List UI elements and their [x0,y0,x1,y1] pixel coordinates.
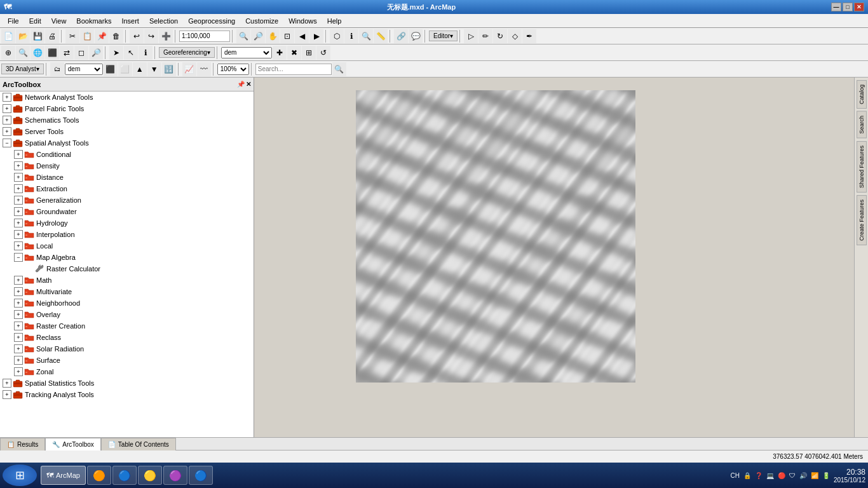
taskbar-blue2[interactable]: 🔵 [189,466,213,485]
select-button[interactable]: ⬡ [330,29,344,43]
menu-edit[interactable]: Edit [24,16,46,26]
expander-icon[interactable]: + [3,93,11,102]
expander-icon[interactable]: + [14,276,23,285]
tree-item-local[interactable]: + Local [0,240,254,252]
toc-tab[interactable]: 📄 Table Of Contents [101,438,176,451]
tree-item-raster-creation[interactable]: + Raster Creation [0,320,254,332]
menu-insert[interactable]: Insert [116,16,144,26]
pan-button[interactable]: ✋ [266,29,280,43]
minimize-button[interactable]: — [831,3,841,11]
taskbar-arcmap[interactable]: 🗺 ArcMap [41,466,86,485]
close-button[interactable]: ✕ [854,3,864,11]
bookmark-button[interactable]: ⬛ [45,46,59,60]
search-box[interactable] [255,64,332,75]
analyst-label[interactable]: 3D Analyst▾ [1,64,44,74]
new-map-button[interactable]: 📄 [1,29,15,43]
back-extent-button[interactable]: ◀ [295,29,309,43]
fit-ctrl[interactable]: ⊞ [302,46,316,60]
zoom-full-button[interactable]: ⊕ [1,46,15,60]
expander-icon[interactable]: + [14,299,23,308]
save-button[interactable]: 💾 [31,29,44,43]
tree-item-schematics-tools[interactable]: + Schematics Tools [0,114,254,126]
tree-item-reclass[interactable]: + Reclass [0,332,254,343]
magnifier-button[interactable]: 🔎 [89,46,103,60]
tree-item-interpolation[interactable]: + Interpolation [0,229,254,240]
full-extent-button[interactable]: ⊡ [280,29,294,43]
zoom-select[interactable]: 100% [217,64,249,75]
tree-item-network-analyst-tools[interactable]: + Network Analyst Tools [0,92,254,103]
sketch-button[interactable]: ✒ [522,29,536,43]
tree-item-server-tools[interactable]: + Server Tools [0,126,254,137]
tree-item-overlay[interactable]: + Overlay [0,309,254,320]
menu-windows[interactable]: Windows [283,16,322,26]
expander-icon[interactable]: − [14,253,23,262]
expander-icon[interactable]: + [14,150,23,159]
3d-btn1[interactable]: ⬛ [104,62,118,76]
maximize-button[interactable]: □ [843,3,853,11]
dem-select[interactable]: dem [221,47,272,58]
expander-icon[interactable]: + [14,241,23,250]
add-ctrl-point[interactable]: ✚ [273,46,287,60]
zoom-layer-button[interactable]: 🔍 [16,46,30,60]
tree-item-tracking-analyst-tools[interactable]: + Tracking Analyst Tools [0,389,254,400]
taskbar-blue[interactable]: 🔵 [112,466,137,485]
tree-item-distance[interactable]: + Distance [0,172,254,183]
cut-button[interactable]: ✂ [65,29,79,43]
menu-customize[interactable]: Customize [240,16,283,26]
expander-icon[interactable]: + [14,344,23,353]
tree-item-spatial-analyst-tools[interactable]: − Spatial Analyst Tools [0,137,254,149]
tree-item-neighborhood[interactable]: + Neighborhood [0,297,254,309]
system-clock[interactable]: 20:38 2015/10/12 [834,468,865,484]
tree-item-density[interactable]: + Density [0,160,254,172]
menu-file[interactable]: File [3,16,24,26]
html-popup-button[interactable]: 💬 [409,29,423,43]
menu-geoprocessing[interactable]: Geoprocessing [183,16,240,26]
tree-item-spatial-statistics-tools[interactable]: + Spatial Statistics Tools [0,377,254,389]
redo-button[interactable]: ↪ [144,29,158,43]
expander-icon[interactable]: + [3,116,11,125]
undo-button[interactable]: ↩ [130,29,144,43]
expander-icon[interactable]: + [14,173,23,182]
create-features-tab[interactable]: Create Features [857,195,867,245]
rotate-georef[interactable]: ↺ [316,46,330,60]
3d-profile[interactable]: 〰 [197,62,211,76]
search-tab[interactable]: Search [857,111,867,139]
tree-item-solar-radiation[interactable]: + Solar Radiation [0,343,254,355]
editor-label[interactable]: Editor▾ [429,30,458,41]
window-controls[interactable]: — □ ✕ [831,3,864,11]
expander-icon[interactable]: + [14,207,23,216]
shared-features-tab[interactable]: Shared Features [857,141,867,193]
copy-button[interactable]: 📋 [80,29,94,43]
start-button[interactable]: ⊞ [3,464,37,486]
tree-item-generalization[interactable]: + Generalization [0,194,254,206]
taskbar-yellow[interactable]: 🟡 [138,466,162,485]
map-area[interactable] [254,78,854,437]
menu-view[interactable]: View [46,16,72,26]
3d-btn3[interactable]: ▲ [133,62,147,76]
edit-tool-button[interactable]: ▷ [464,29,478,43]
open-button[interactable]: 📂 [16,29,30,43]
identify-button[interactable]: ℹ [344,29,358,43]
3d-btn5[interactable]: 🔢 [162,62,176,76]
expander-icon[interactable]: + [14,230,23,239]
expander-icon[interactable]: − [3,139,11,147]
vertex-button[interactable]: ◇ [508,29,522,43]
expander-icon[interactable]: + [14,367,23,376]
tree-item-conditional[interactable]: + Conditional [0,149,254,160]
menu-help[interactable]: Help [322,16,347,26]
3d-btn4[interactable]: ▼ [147,62,161,76]
3d-btn2[interactable]: ⬜ [118,62,132,76]
tree-item-parcel-fabric-tools[interactable]: + Parcel Fabric Tools [0,103,254,114]
georef-label[interactable]: Georeferencing▾ [159,47,215,58]
paste-button[interactable]: 📌 [95,29,109,43]
scale-input[interactable] [179,30,230,42]
expander-icon[interactable]: + [3,104,11,113]
overview-button[interactable]: ◻ [74,46,88,60]
del-ctrl-point[interactable]: ✖ [287,46,301,60]
rotate-button[interactable]: ↻ [493,29,507,43]
expander-icon[interactable]: + [14,161,23,170]
pointer-button[interactable]: ↖ [124,46,138,60]
layer-select[interactable]: dem [65,64,103,75]
hyperlink-button[interactable]: 🔗 [394,29,408,43]
nav-button[interactable]: ➤ [109,46,123,60]
